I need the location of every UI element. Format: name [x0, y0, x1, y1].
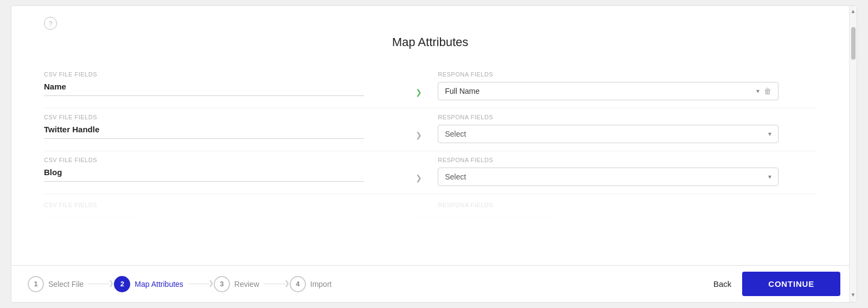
csv-column-2: CSV FILE FIELDS Twitter Handle — [44, 108, 399, 151]
arrow-icon-3: ❯ — [416, 174, 422, 182]
continue-button[interactable]: CONTINUE — [742, 272, 840, 296]
respona-select-2[interactable]: Select ▾ — [438, 125, 778, 143]
arrow-icon-2: ❯ — [416, 131, 422, 139]
step-3[interactable]: 3 Review — [214, 276, 259, 292]
step-separator-3 — [264, 284, 285, 284]
respona-column-3: RESPONA FIELDS Select ▾ — [438, 151, 816, 194]
footer: 1 Select File 2 Map Attributes 3 Review … — [11, 265, 857, 302]
arrow-col-2: ❯ — [399, 108, 438, 151]
respona-field-text-3: Select — [445, 172, 466, 181]
csv-column-3: CSV FILE FIELDS Blog — [44, 151, 399, 194]
step-separator-2 — [188, 284, 209, 284]
chevron-down-icon-2[interactable]: ▾ — [768, 130, 771, 138]
csv-label-3: CSV FILE FIELDS — [44, 157, 399, 163]
step-4[interactable]: 4 Import — [290, 276, 332, 292]
partial-respona-col: RESPONA FIELDS — [438, 196, 816, 216]
select-controls-2: ▾ — [768, 130, 771, 138]
help-icon[interactable]: ? — [44, 17, 57, 30]
partial-row: CSV FILE FIELDS RESPONA FIELDS — [44, 196, 816, 216]
respona-field-text-2: Select — [445, 130, 466, 138]
partial-csv-label: CSV FILE FIELDS — [44, 202, 399, 208]
respona-field-text-1: Full Name — [445, 87, 480, 95]
scrollbar[interactable]: ▲ ▼ — [849, 6, 857, 302]
respona-select-3[interactable]: Select ▾ — [438, 168, 778, 186]
step-1[interactable]: 1 Select File — [28, 276, 84, 292]
respona-column-2: RESPONA FIELDS Select ▾ — [438, 108, 816, 151]
step-3-circle: 3 — [214, 276, 230, 292]
footer-actions: Back CONTINUE — [713, 272, 840, 296]
main-container: ▲ ▼ ? Map Attributes CSV FILE FIELDS Nam… — [11, 5, 857, 303]
arrow-green-icon: ❯ — [416, 88, 422, 97]
scrollbar-thumb[interactable] — [851, 27, 856, 60]
step-3-label: Review — [234, 280, 259, 288]
partial-arrow-col — [399, 196, 438, 216]
chevron-down-icon-3[interactable]: ▾ — [768, 173, 771, 181]
respona-label-2: RESPONA FIELDS — [438, 114, 816, 120]
back-button[interactable]: Back — [713, 279, 731, 288]
arrow-col-3: ❯ — [399, 151, 438, 194]
select-controls-3: ▾ — [768, 173, 771, 181]
respona-label-1: RESPONA FIELDS — [438, 71, 816, 78]
partial-csv-col: CSV FILE FIELDS — [44, 196, 399, 216]
csv-field-twitter: Twitter Handle — [44, 125, 364, 139]
csv-label-1: CSV FILE FIELDS — [44, 71, 399, 78]
csv-field-blog: Blog — [44, 168, 364, 182]
mapping-row: CSV FILE FIELDS Name ❯ RESPONA FIELDS Fu… — [44, 66, 816, 108]
arrow-col-1: ❯ — [399, 66, 438, 108]
scroll-down-arrow[interactable]: ▼ — [848, 290, 857, 300]
step-1-label: Select File — [48, 280, 84, 288]
step-2-label: Map Attributes — [135, 280, 183, 288]
csv-column-1: CSV FILE FIELDS Name — [44, 66, 399, 108]
respona-select-1[interactable]: Full Name ▾ 🗑 — [438, 82, 778, 100]
step-separator-1 — [88, 284, 110, 284]
mapping-section: CSV FILE FIELDS Name ❯ RESPONA FIELDS Fu… — [44, 66, 816, 216]
select-controls-1: ▾ 🗑 — [756, 87, 771, 95]
scroll-up-arrow[interactable]: ▲ — [848, 6, 857, 16]
partial-respona-label: RESPONA FIELDS — [438, 202, 816, 208]
respona-label-3: RESPONA FIELDS — [438, 157, 816, 163]
trash-icon-1[interactable]: 🗑 — [764, 87, 771, 95]
csv-field-name: Name — [44, 82, 364, 96]
chevron-down-icon-1[interactable]: ▾ — [756, 87, 760, 95]
step-1-circle: 1 — [28, 276, 44, 292]
respona-column-1: RESPONA FIELDS Full Name ▾ 🗑 — [438, 66, 816, 108]
main-content: ? Map Attributes CSV FILE FIELDS Name ❯ … — [11, 6, 857, 265]
page-title: Map Attributes — [44, 35, 816, 49]
step-4-label: Import — [310, 280, 332, 288]
csv-label-2: CSV FILE FIELDS — [44, 114, 399, 120]
step-2-circle: 2 — [114, 276, 130, 292]
mapping-row-3: CSV FILE FIELDS Blog ❯ RESPONA FIELDS Se… — [44, 151, 816, 194]
steps: 1 Select File 2 Map Attributes 3 Review … — [28, 276, 713, 292]
step-2[interactable]: 2 Map Attributes — [114, 276, 183, 292]
mapping-row-2: CSV FILE FIELDS Twitter Handle ❯ RESPONA… — [44, 108, 816, 151]
step-4-circle: 4 — [290, 276, 306, 292]
